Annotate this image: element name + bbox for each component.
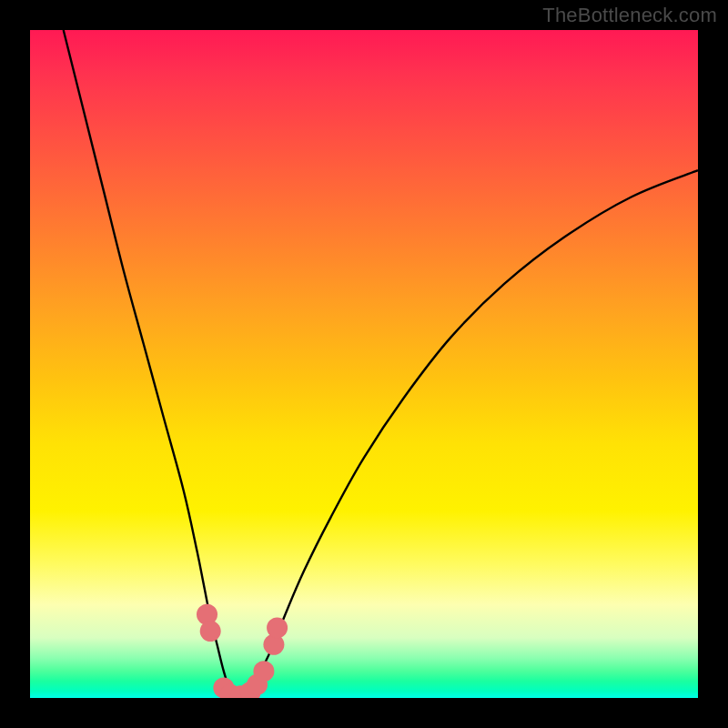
bottleneck-chart-svg bbox=[30, 30, 698, 698]
outer-frame: TheBottleneck.com bbox=[0, 0, 728, 728]
curve-layer bbox=[64, 30, 698, 698]
data-marker bbox=[253, 661, 274, 682]
plot-area bbox=[30, 30, 698, 698]
data-marker bbox=[200, 621, 221, 642]
data-markers bbox=[197, 604, 288, 698]
bottleneck-curve bbox=[64, 30, 698, 698]
attribution-label: TheBottleneck.com bbox=[542, 4, 717, 27]
data-marker bbox=[267, 617, 288, 638]
